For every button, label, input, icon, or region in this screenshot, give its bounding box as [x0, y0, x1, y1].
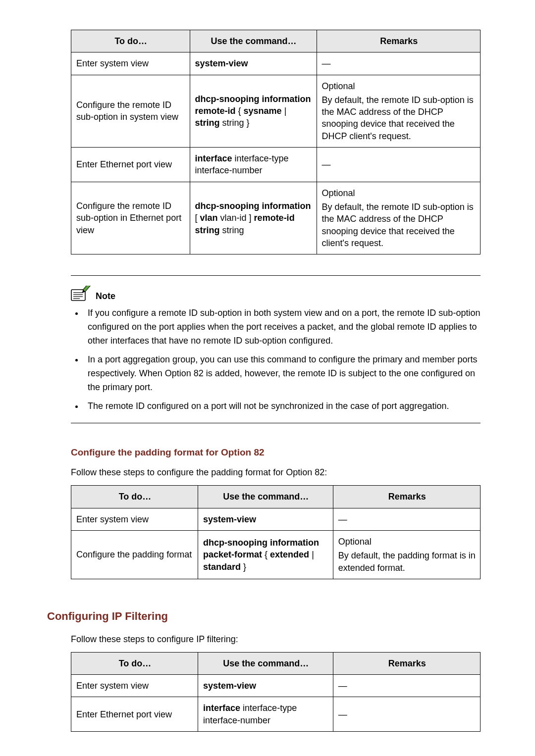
table-header-row: To do… Use the command… Remarks [71, 486, 481, 508]
cmd-keyword: sysname [244, 106, 282, 116]
cell-cmd: dhcp-snooping information remote-id { sy… [190, 75, 317, 147]
cell-cmd: interface interface-type interface-numbe… [190, 148, 317, 182]
cell-todo: Configure the remote ID sub-option in sy… [71, 75, 190, 147]
cmd-keyword: system-view [203, 681, 256, 691]
th-todo: To do… [71, 486, 198, 508]
list-item: The remote ID configured on a port will … [84, 400, 481, 413]
table-remote-id: To do… Use the command… Remarks Enter sy… [71, 30, 481, 254]
cmd-keyword: standard [203, 562, 241, 572]
cell-rmk: Optional By default, the remote ID sub-o… [317, 75, 480, 147]
table-ip-filtering: To do… Use the command… Remarks Enter sy… [71, 652, 481, 732]
cell-todo: Enter system view [71, 508, 198, 530]
heading-ip-filtering: Configuring IP Filtering [47, 610, 481, 623]
cell-cmd: dhcp-snooping information packet-format … [198, 530, 333, 579]
note-header: Note [71, 286, 481, 302]
note-list: If you configure a remote ID sub-option … [71, 306, 481, 413]
cell-todo: Configure the padding format [71, 530, 198, 579]
table-row: Enter system view system-view — [71, 675, 481, 697]
th-rmk: Remarks [317, 30, 480, 52]
cell-rmk: — [317, 148, 480, 182]
cell-rmk: Optional By default, the padding format … [333, 530, 480, 579]
table-row: Enter Ethernet port view interface inter… [71, 148, 481, 182]
table-row: Enter Ethernet port view interface inter… [71, 697, 481, 732]
th-todo: To do… [71, 652, 198, 674]
cell-rmk: — [317, 52, 480, 75]
svg-rect-5 [83, 286, 92, 292]
cell-todo: Enter system view [71, 52, 190, 75]
cmd-text: vlan-id ] [218, 213, 254, 223]
body-content: Follow these steps to configure IP filte… [71, 633, 481, 732]
body-content: To do… Use the command… Remarks Enter sy… [71, 30, 481, 579]
intro-text: Follow these steps to configure IP filte… [71, 633, 481, 646]
table-row: Configure the remote ID sub-option in sy… [71, 75, 481, 147]
remark-line: By default, the remote ID sub-option is … [322, 94, 476, 142]
table-row: Enter system view system-view — [71, 508, 481, 530]
cmd-keyword: interface [195, 153, 232, 163]
cell-todo: Configure the remote ID sub-option in Et… [71, 182, 190, 254]
cell-rmk: — [333, 675, 480, 697]
list-item: In a port aggregation group, you can use… [84, 353, 481, 395]
remark-line: By default, the remote ID sub-option is … [322, 201, 476, 249]
cmd-keyword: interface [203, 703, 240, 713]
cell-todo: Enter Ethernet port view [71, 148, 190, 182]
cmd-text: } [241, 562, 246, 572]
table-row: Enter system view system-view — [71, 52, 481, 75]
table-header-row: To do… Use the command… Remarks [71, 30, 481, 52]
table-header-row: To do… Use the command… Remarks [71, 652, 481, 674]
th-cmd: Use the command… [198, 652, 333, 674]
table-row: Configure the padding format dhcp-snoopi… [71, 530, 481, 579]
table-padding-format: To do… Use the command… Remarks Enter sy… [71, 485, 481, 579]
cmd-text: string } [220, 118, 250, 128]
cmd-keyword: vlan [200, 213, 218, 223]
th-cmd: Use the command… [198, 486, 333, 508]
note-label: Note [96, 291, 115, 302]
cmd-text: | [309, 550, 314, 559]
cmd-keyword: string [195, 118, 220, 128]
cell-cmd: interface interface-type interface-numbe… [198, 697, 333, 732]
note-icon [71, 286, 92, 302]
list-item: If you configure a remote ID sub-option … [84, 306, 481, 348]
cell-cmd: system-view [198, 508, 333, 530]
th-rmk: Remarks [333, 486, 480, 508]
cmd-text: { [262, 550, 270, 559]
cmd-keyword: dhcp-snooping information [195, 201, 311, 211]
remark-line: By default, the padding format is in ext… [338, 550, 476, 574]
cell-cmd: system-view [198, 675, 333, 697]
page-root: To do… Use the command… Remarks Enter sy… [0, 0, 535, 756]
cell-cmd: system-view [190, 52, 317, 75]
cmd-text: { [236, 106, 244, 116]
cmd-keyword: system-view [195, 58, 248, 68]
cmd-text: | [282, 106, 287, 116]
cell-rmk: — [333, 697, 480, 732]
cell-cmd: dhcp-snooping information [ vlan vlan-id… [190, 182, 317, 254]
intro-text: Follow these steps to configure the padd… [71, 466, 481, 479]
cell-todo: Enter system view [71, 675, 198, 697]
cmd-keyword: extended [270, 550, 309, 559]
cell-rmk: Optional By default, the remote ID sub-o… [317, 182, 480, 254]
remark-line: Optional [338, 536, 476, 548]
cmd-text: string [220, 225, 244, 235]
remark-line: Optional [322, 80, 476, 92]
th-todo: To do… [71, 30, 190, 52]
heading-padding-format: Configure the padding format for Option … [71, 447, 481, 458]
cell-todo: Enter Ethernet port view [71, 697, 198, 732]
th-rmk: Remarks [333, 652, 480, 674]
th-cmd: Use the command… [190, 30, 317, 52]
remark-line: Optional [322, 187, 476, 199]
note-divider-top [71, 275, 481, 276]
note-divider-bottom [71, 423, 481, 423]
cmd-keyword: system-view [203, 514, 256, 524]
table-row: Configure the remote ID sub-option in Et… [71, 182, 481, 254]
cell-rmk: — [333, 508, 480, 530]
cmd-text: [ [195, 213, 200, 223]
note-callout: Note If you configure a remote ID sub-op… [71, 275, 481, 423]
